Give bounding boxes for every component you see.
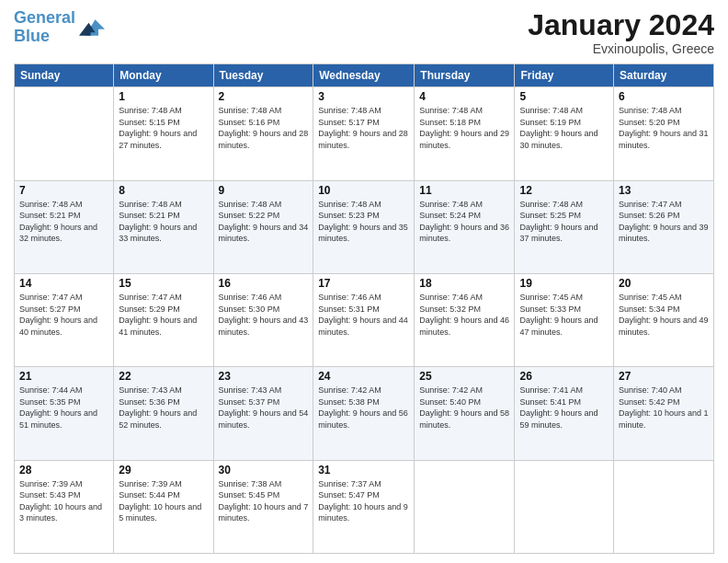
day-info: Sunrise: 7:48 AM Sunset: 5:25 PM Dayligh… — [519, 199, 609, 245]
day-number: 16 — [219, 277, 309, 290]
day-number: 22 — [119, 370, 208, 383]
day-number: 7 — [19, 184, 108, 197]
calendar-cell: 13 Sunrise: 7:47 AM Sunset: 5:26 PM Dayl… — [614, 180, 714, 273]
day-info: Sunrise: 7:46 AM Sunset: 5:30 PM Dayligh… — [219, 292, 309, 338]
weekday-header: Wednesday — [313, 64, 415, 87]
day-number: 24 — [318, 370, 409, 383]
day-info: Sunrise: 7:44 AM Sunset: 5:35 PM Dayligh… — [19, 385, 108, 431]
month-title: January 2024 — [528, 9, 714, 41]
day-info: Sunrise: 7:48 AM Sunset: 5:20 PM Dayligh… — [619, 105, 709, 151]
day-info: Sunrise: 7:37 AM Sunset: 5:47 PM Dayligh… — [318, 478, 409, 524]
day-info: Sunrise: 7:39 AM Sunset: 5:44 PM Dayligh… — [119, 478, 208, 524]
day-number: 23 — [219, 370, 309, 383]
calendar-cell: 17 Sunrise: 7:46 AM Sunset: 5:31 PM Dayl… — [313, 273, 415, 366]
day-number: 6 — [619, 90, 709, 103]
day-number: 10 — [318, 184, 409, 197]
day-info: Sunrise: 7:48 AM Sunset: 5:17 PM Dayligh… — [318, 105, 409, 151]
day-info: Sunrise: 7:48 AM Sunset: 5:22 PM Dayligh… — [219, 199, 309, 245]
day-info: Sunrise: 7:48 AM Sunset: 5:21 PM Dayligh… — [119, 199, 208, 245]
calendar-cell: 26 Sunrise: 7:41 AM Sunset: 5:41 PM Dayl… — [515, 367, 614, 460]
day-info: Sunrise: 7:48 AM Sunset: 5:19 PM Dayligh… — [519, 105, 609, 151]
calendar-cell: 20 Sunrise: 7:45 AM Sunset: 5:34 PM Dayl… — [614, 273, 714, 366]
calendar-cell: 25 Sunrise: 7:42 AM Sunset: 5:40 PM Dayl… — [415, 367, 515, 460]
day-number: 28 — [19, 464, 108, 477]
calendar-cell: 8 Sunrise: 7:48 AM Sunset: 5:21 PM Dayli… — [114, 180, 213, 273]
day-number: 11 — [419, 184, 509, 197]
calendar-cell: 9 Sunrise: 7:48 AM Sunset: 5:22 PM Dayli… — [213, 180, 313, 273]
day-info: Sunrise: 7:43 AM Sunset: 5:36 PM Dayligh… — [119, 385, 208, 431]
day-info: Sunrise: 7:42 AM Sunset: 5:40 PM Dayligh… — [419, 385, 509, 431]
weekday-header: Monday — [114, 64, 213, 87]
day-info: Sunrise: 7:48 AM Sunset: 5:21 PM Dayligh… — [19, 199, 108, 245]
calendar-cell — [515, 460, 614, 553]
day-number: 9 — [219, 184, 309, 197]
day-number: 21 — [19, 370, 108, 383]
day-number: 29 — [119, 464, 208, 477]
weekday-header: Saturday — [614, 64, 714, 87]
calendar-cell: 5 Sunrise: 7:48 AM Sunset: 5:19 PM Dayli… — [515, 87, 614, 180]
calendar-cell: 16 Sunrise: 7:46 AM Sunset: 5:30 PM Dayl… — [213, 273, 313, 366]
calendar-cell: 15 Sunrise: 7:47 AM Sunset: 5:29 PM Dayl… — [114, 273, 213, 366]
calendar-cell: 28 Sunrise: 7:39 AM Sunset: 5:43 PM Dayl… — [15, 460, 114, 553]
day-number: 5 — [519, 90, 609, 103]
day-number: 1 — [119, 90, 208, 103]
day-number: 2 — [219, 90, 309, 103]
day-number: 8 — [119, 184, 208, 197]
calendar-cell: 1 Sunrise: 7:48 AM Sunset: 5:15 PM Dayli… — [114, 87, 213, 180]
day-info: Sunrise: 7:47 AM Sunset: 5:26 PM Dayligh… — [619, 199, 709, 245]
day-number: 14 — [19, 277, 108, 290]
header: GeneralBlue January 2024 Evxinoupolis, G… — [14, 9, 714, 56]
calendar-week-row: 21 Sunrise: 7:44 AM Sunset: 5:35 PM Dayl… — [15, 367, 714, 460]
day-number: 17 — [318, 277, 409, 290]
logo: GeneralBlue — [14, 9, 105, 46]
day-number: 15 — [119, 277, 208, 290]
day-info: Sunrise: 7:43 AM Sunset: 5:37 PM Dayligh… — [219, 385, 309, 431]
day-info: Sunrise: 7:48 AM Sunset: 5:18 PM Dayligh… — [419, 105, 509, 151]
calendar-cell: 7 Sunrise: 7:48 AM Sunset: 5:21 PM Dayli… — [15, 180, 114, 273]
day-info: Sunrise: 7:38 AM Sunset: 5:45 PM Dayligh… — [219, 478, 309, 524]
day-info: Sunrise: 7:47 AM Sunset: 5:29 PM Dayligh… — [119, 292, 208, 338]
day-info: Sunrise: 7:39 AM Sunset: 5:43 PM Dayligh… — [19, 478, 108, 524]
calendar-cell: 10 Sunrise: 7:48 AM Sunset: 5:23 PM Dayl… — [313, 180, 415, 273]
weekday-header: Sunday — [15, 64, 114, 87]
day-info: Sunrise: 7:46 AM Sunset: 5:32 PM Dayligh… — [419, 292, 509, 338]
day-info: Sunrise: 7:46 AM Sunset: 5:31 PM Dayligh… — [318, 292, 409, 338]
calendar-week-row: 7 Sunrise: 7:48 AM Sunset: 5:21 PM Dayli… — [15, 180, 714, 273]
calendar-cell: 21 Sunrise: 7:44 AM Sunset: 5:35 PM Dayl… — [15, 367, 114, 460]
weekday-header: Friday — [515, 64, 614, 87]
day-info: Sunrise: 7:48 AM Sunset: 5:23 PM Dayligh… — [318, 199, 409, 245]
calendar-week-row: 1 Sunrise: 7:48 AM Sunset: 5:15 PM Dayli… — [15, 87, 714, 180]
day-info: Sunrise: 7:48 AM Sunset: 5:16 PM Dayligh… — [219, 105, 309, 151]
day-info: Sunrise: 7:47 AM Sunset: 5:27 PM Dayligh… — [19, 292, 108, 338]
day-number: 25 — [419, 370, 509, 383]
day-info: Sunrise: 7:41 AM Sunset: 5:41 PM Dayligh… — [519, 385, 609, 431]
calendar-cell — [614, 460, 714, 553]
calendar-cell: 31 Sunrise: 7:37 AM Sunset: 5:47 PM Dayl… — [313, 460, 415, 553]
calendar-cell: 23 Sunrise: 7:43 AM Sunset: 5:37 PM Dayl… — [213, 367, 313, 460]
location-title: Evxinoupolis, Greece — [528, 41, 714, 56]
day-info: Sunrise: 7:45 AM Sunset: 5:34 PM Dayligh… — [619, 292, 709, 338]
day-number: 31 — [318, 464, 409, 477]
calendar-cell: 3 Sunrise: 7:48 AM Sunset: 5:17 PM Dayli… — [313, 87, 415, 180]
calendar-cell — [15, 87, 114, 180]
day-info: Sunrise: 7:45 AM Sunset: 5:33 PM Dayligh… — [519, 292, 609, 338]
day-info: Sunrise: 7:40 AM Sunset: 5:42 PM Dayligh… — [619, 385, 709, 431]
calendar-cell: 19 Sunrise: 7:45 AM Sunset: 5:33 PM Dayl… — [515, 273, 614, 366]
day-number: 13 — [619, 184, 709, 197]
page: GeneralBlue January 2024 Evxinoupolis, G… — [0, 0, 728, 563]
title-area: January 2024 Evxinoupolis, Greece — [528, 9, 714, 56]
day-info: Sunrise: 7:48 AM Sunset: 5:24 PM Dayligh… — [419, 199, 509, 245]
day-number: 4 — [419, 90, 509, 103]
calendar-cell: 30 Sunrise: 7:38 AM Sunset: 5:45 PM Dayl… — [213, 460, 313, 553]
logo-text: GeneralBlue — [14, 9, 75, 46]
day-number: 3 — [318, 90, 409, 103]
calendar-week-row: 14 Sunrise: 7:47 AM Sunset: 5:27 PM Dayl… — [15, 273, 714, 366]
calendar-cell: 11 Sunrise: 7:48 AM Sunset: 5:24 PM Dayl… — [415, 180, 515, 273]
calendar-cell: 24 Sunrise: 7:42 AM Sunset: 5:38 PM Dayl… — [313, 367, 415, 460]
calendar-cell: 6 Sunrise: 7:48 AM Sunset: 5:20 PM Dayli… — [614, 87, 714, 180]
calendar-cell: 29 Sunrise: 7:39 AM Sunset: 5:44 PM Dayl… — [114, 460, 213, 553]
calendar-header-row: SundayMondayTuesdayWednesdayThursdayFrid… — [15, 64, 714, 87]
calendar-table: SundayMondayTuesdayWednesdayThursdayFrid… — [14, 63, 714, 554]
calendar-cell: 18 Sunrise: 7:46 AM Sunset: 5:32 PM Dayl… — [415, 273, 515, 366]
weekday-header: Thursday — [415, 64, 515, 87]
